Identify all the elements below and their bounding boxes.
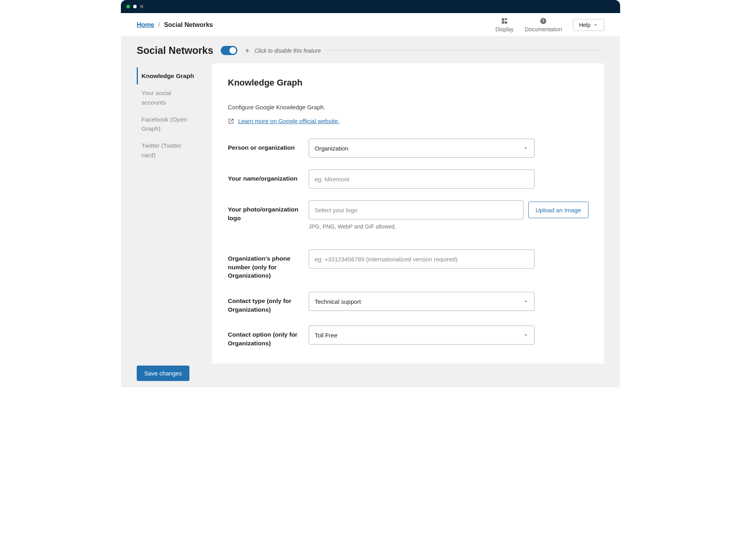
select-value: Toll Free xyxy=(315,332,338,339)
feature-toggle[interactable] xyxy=(221,46,237,55)
chevron-down-icon xyxy=(523,299,529,304)
card-description: Configure Google Knowledge Graph. xyxy=(228,104,588,110)
label-contact-type: Contact type (only for Organizations) xyxy=(228,292,299,314)
logo-hint: JPG, PNG, WebP and GIF allowed. xyxy=(309,223,588,230)
sidebar-item-twitter[interactable]: Twitter (Twitter card) xyxy=(137,137,197,164)
sidebar-item-label: Your social accounts xyxy=(141,90,171,105)
label-person-or-org: Person or organization xyxy=(228,139,299,152)
traffic-light-white[interactable] xyxy=(133,5,137,8)
breadcrumb-home[interactable]: Home xyxy=(137,21,154,29)
settings-card: Knowledge Graph Configure Google Knowled… xyxy=(212,63,604,364)
select-contact-type[interactable]: Technical support xyxy=(309,292,535,311)
traffic-light-green[interactable] xyxy=(126,5,130,8)
sidebar-item-label: Facebook (Open Graph) xyxy=(141,116,187,132)
input-logo[interactable] xyxy=(309,200,523,219)
documentation-label: Documentation xyxy=(525,26,562,32)
help-label: Help xyxy=(579,22,590,28)
upload-image-button[interactable]: Upload an Image xyxy=(528,202,588,218)
select-value: Technical support xyxy=(315,298,361,305)
toggle-knob xyxy=(229,47,236,54)
display-label: Display xyxy=(495,26,514,32)
label-logo: Your photo/organization logo xyxy=(228,200,299,222)
chevron-down-icon xyxy=(523,145,529,151)
arrow-left-icon xyxy=(245,48,250,53)
external-link-icon xyxy=(228,118,234,124)
label-phone: Organization's phone number (only for Or… xyxy=(228,250,299,280)
documentation-link[interactable]: ? Documentation xyxy=(525,17,562,32)
learn-more-link[interactable]: Learn more on Google official website. xyxy=(238,118,340,124)
sidebar: Knowledge Graph Your social accounts Fac… xyxy=(137,63,197,364)
upload-btn-label: Upload an Image xyxy=(536,207,581,213)
label-name-org: Your name/organization xyxy=(228,170,299,183)
sidebar-item-social-accounts[interactable]: Your social accounts xyxy=(137,84,197,111)
toggle-hint-text: Click to disable this feature xyxy=(254,48,321,54)
display-link[interactable]: Display xyxy=(495,17,514,32)
breadcrumb-current: Social Networks xyxy=(164,21,213,29)
select-contact-option[interactable]: Toll Free xyxy=(309,326,535,345)
select-value: Organization xyxy=(315,145,348,152)
page-title: Social Networks xyxy=(137,45,213,56)
input-name-org[interactable] xyxy=(309,170,535,189)
sidebar-item-knowledge-graph[interactable]: Knowledge Graph xyxy=(137,67,197,84)
input-phone[interactable] xyxy=(309,250,535,269)
svg-text:?: ? xyxy=(542,18,544,23)
chevron-down-icon xyxy=(523,332,529,338)
traffic-light-grey[interactable] xyxy=(140,5,143,8)
select-person-or-org[interactable]: Organization xyxy=(309,139,535,158)
dashboard-icon xyxy=(501,17,508,25)
sidebar-item-facebook[interactable]: Facebook (Open Graph) xyxy=(137,111,197,137)
window-titlebar xyxy=(121,0,620,13)
chevron-down-icon xyxy=(593,22,598,28)
save-changes-button[interactable]: Save changes xyxy=(137,366,189,381)
sidebar-item-label: Twitter (Twitter card) xyxy=(141,142,181,158)
question-circle-icon: ? xyxy=(540,17,547,25)
help-button[interactable]: Help xyxy=(573,19,604,31)
sidebar-item-label: Knowledge Graph xyxy=(141,72,194,79)
breadcrumb: Home / Social Networks xyxy=(137,21,213,29)
save-btn-label: Save changes xyxy=(144,370,182,377)
label-contact-option: Contact option (only for Organizations) xyxy=(228,326,299,347)
breadcrumb-separator: / xyxy=(158,21,160,29)
card-heading: Knowledge Graph xyxy=(228,78,588,88)
divider xyxy=(325,50,604,51)
